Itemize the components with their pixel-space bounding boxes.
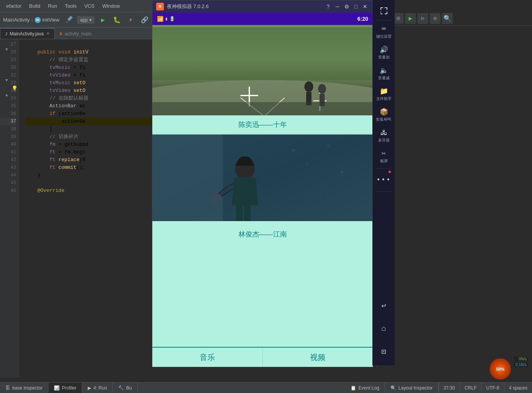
emulator-status-bar: 📶 ▮ 🔋 6:20 — [152, 13, 373, 25]
svg-rect-17 — [152, 135, 223, 221]
breadcrumb-method[interactable]: initView — [42, 17, 60, 23]
emulator-title: 夜神模拟器 7.0.2.6 — [167, 3, 321, 10]
emu-btn-more[interactable]: ••• — [374, 170, 394, 190]
nav-tab-video[interactable]: 视频 — [263, 348, 373, 367]
breadcrumb-activity[interactable]: MainActivity — [3, 17, 30, 23]
emu-btn-files[interactable]: 📁 文件助手 — [374, 84, 394, 104]
status-indent[interactable]: 4 spaces — [504, 383, 532, 393]
attach-button[interactable]: 🔗 — [139, 15, 150, 25]
status-tab-profiler[interactable]: 📊 Profiler — [48, 383, 82, 393]
multi-icon: 🖧 — [380, 129, 387, 137]
emu-btn-keyboard[interactable]: ⌨ 键位设置 — [374, 22, 394, 42]
menu-tools[interactable]: Tools — [62, 2, 80, 10]
right-panel-btn-5[interactable]: ⊕ — [430, 13, 440, 24]
bulb-icon-37[interactable]: 💡 — [12, 85, 18, 92]
emu-sidebar-expand[interactable] — [374, 3, 394, 18]
line-num-36: 36 — [0, 110, 16, 118]
right-panel-btn-6[interactable]: 🔍 — [442, 13, 453, 24]
build-label: Bu — [126, 385, 132, 391]
profile-button[interactable]: ⚡ — [125, 15, 136, 25]
status-tab-run[interactable]: ▶ 4: Run — [82, 383, 113, 393]
menu-run[interactable]: Run — [45, 2, 60, 10]
fold-icon-36[interactable]: ▼ — [5, 78, 8, 83]
emu-label-vol-up: 音量加 — [378, 55, 390, 60]
right-panel-btn-4[interactable]: ⊳ — [417, 13, 428, 24]
svg-point-10 — [304, 82, 313, 92]
keyboard-icon: ⌨ — [382, 25, 386, 33]
fold-icon-44[interactable]: ▼ — [5, 93, 8, 98]
emulator-minimize-btn[interactable]: ─ — [334, 3, 341, 10]
emulator-sidebar: ⌨ 键位设置 🔊 音量加 🔈 音量减 📁 文件助手 📦 安装APK 🖧 多开器 … — [372, 0, 395, 365]
menu-vcs[interactable]: VCS — [81, 2, 98, 10]
network-widget: 0N/s 0.1N/s 50% — [490, 355, 528, 380]
volume-down-icon: 🔈 — [380, 66, 388, 75]
run-button[interactable]: ▶ — [98, 15, 108, 25]
sidebar-sep-1 — [376, 20, 392, 20]
debug-button[interactable]: 🐛 — [112, 15, 122, 25]
music-item-2[interactable]: 林俊杰——江南 — [152, 135, 373, 243]
status-tab-event-log[interactable]: 📋 Event Log — [345, 383, 385, 393]
emu-btn-vol-down[interactable]: 🔈 音量减 — [374, 63, 394, 83]
menu-refactor[interactable]: efactor — [3, 2, 25, 10]
line-num-34: 34 — [0, 95, 16, 102]
status-tab-build[interactable]: 🔨 Bu — [113, 383, 138, 393]
status-line-ending[interactable]: CRLF — [460, 383, 481, 393]
line-num-45: 45 — [0, 179, 16, 187]
nav-tab-music[interactable]: 音乐 — [152, 348, 263, 367]
line-num-38: 38 — [0, 125, 16, 133]
emu-btn-back[interactable]: ↩ — [374, 295, 394, 315]
fold-icon-28[interactable]: ▼ — [5, 47, 8, 52]
line-num-41: 41 — [0, 148, 16, 156]
hammer-icon[interactable] — [65, 15, 74, 25]
tab-mainactivity-java[interactable]: J MainActivity.java ✕ — [0, 28, 55, 39]
emu-label-keyboard: 键位设置 — [376, 34, 392, 39]
emu-btn-install-apk[interactable]: 📦 安装APK — [374, 105, 394, 125]
recent-icon: ⊡ — [381, 347, 386, 356]
profiler-icon: 📊 — [54, 385, 60, 391]
svg-rect-0 — [66, 22, 68, 22]
emu-label-screenshot: 截屏 — [380, 158, 388, 164]
volume-up-icon: 🔊 — [380, 45, 388, 54]
sidebar-sep-3 — [376, 192, 392, 192]
emu-wifi-signal: 📶 ▮ 🔋 — [157, 16, 175, 22]
emulator-close-btn[interactable]: ✕ — [361, 3, 369, 10]
app-selector[interactable]: app ▾ — [77, 16, 94, 24]
music-label-2: 林俊杰——江南 — [238, 225, 287, 243]
svg-point-23 — [292, 149, 295, 152]
upload-speed: 0N/s — [514, 356, 528, 361]
emulator-settings-btn[interactable]: ⚙ — [343, 3, 350, 10]
emu-btn-home[interactable]: ⌂ — [374, 318, 394, 338]
music-thumbnail-2 — [152, 135, 373, 225]
status-encoding[interactable]: UTF-8 — [481, 383, 504, 393]
emu-btn-vol-up[interactable]: 🔊 音量加 — [374, 43, 394, 63]
net-circle: 50% — [490, 358, 511, 380]
emu-btn-screenshot[interactable]: ✂ 截屏 — [374, 147, 394, 167]
tab-close-java[interactable]: ✕ — [46, 31, 50, 36]
line-num-39: 39 — [0, 133, 16, 141]
emu-btn-recent[interactable]: ⊡ — [374, 341, 394, 361]
line-num-27: 27 — [0, 41, 16, 48]
event-log-label: Event Log — [359, 385, 379, 391]
java-icon: J — [5, 32, 7, 36]
music-item-1[interactable]: 陈奕迅——十年 — [152, 25, 373, 134]
right-panel-btn-3[interactable]: ▶ — [405, 13, 416, 24]
install-apk-icon: 📦 — [380, 108, 388, 116]
emu-btn-multi[interactable]: 🖧 多开器 — [374, 126, 394, 146]
emulator-window: N 夜神模拟器 7.0.2.6 ? ─ ⚙ □ ✕ 📶 ▮ 🔋 6:20 — [152, 0, 373, 367]
menu-window[interactable]: Window — [99, 2, 123, 10]
menu-build[interactable]: Build — [26, 2, 43, 10]
back-icon: ↩ — [381, 301, 386, 310]
line-num-30: 30 — [0, 64, 16, 72]
event-log-icon: 📋 — [350, 385, 356, 391]
emulator-help-btn[interactable]: ? — [324, 3, 332, 10]
status-tab-db-inspector[interactable]: 🗄 base Inspector — [0, 383, 48, 393]
download-speed: 0.1N/s — [514, 362, 528, 367]
emulator-titlebar: N 夜神模拟器 7.0.2.6 ? ─ ⚙ □ ✕ — [152, 0, 373, 13]
emu-label-vol-down: 音量减 — [378, 75, 390, 81]
emulator-restore-btn[interactable]: □ — [352, 3, 360, 10]
svg-point-24 — [306, 163, 308, 165]
music-label-1: 陈奕迅——十年 — [238, 115, 287, 134]
emulator-bottom-nav: 音乐 视频 — [152, 347, 373, 367]
status-tab-layout-inspector[interactable]: 🔍 Layout Inspector — [385, 383, 439, 393]
tab-activity-main-xml[interactable]: X activity_main. — [55, 28, 98, 39]
